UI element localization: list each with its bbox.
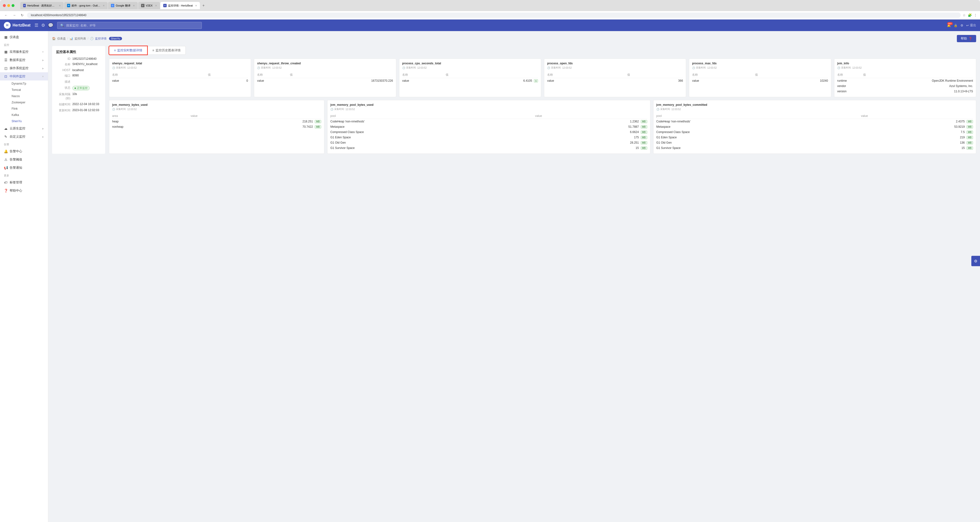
sidebar-item-middleware-monitor[interactable]: ⊡ 中间件监控 ▼ [0, 72, 48, 81]
tab-close-5[interactable]: ✕ [195, 4, 197, 7]
notification-btn[interactable]: 🔔 99+ [947, 24, 951, 27]
td-pool: Metaspace [656, 124, 861, 129]
sidebar-item-alert-notify[interactable]: 📢 告警通知 [0, 163, 48, 172]
back-btn[interactable]: ← [3, 13, 9, 17]
middleware-monitor-icon: ⊡ [4, 75, 8, 78]
sidebar-item-cloud-monitor[interactable]: ☁ 云原生监控 ▶ [0, 124, 48, 133]
tag-mb-r2-0-1: MB [315, 125, 321, 129]
browser-tab-5[interactable]: H 监控详情 - HertzBeat ✕ [161, 2, 200, 9]
bookmark-icon[interactable]: ☆ [963, 13, 966, 17]
collect-time-value-1: 12:03:52 [272, 67, 282, 69]
address-input[interactable] [27, 13, 961, 18]
collect-time-value-3: 12:03:52 [562, 67, 572, 69]
sidebar-item-alert-center[interactable]: 🔔 告警中心 [0, 147, 48, 155]
sidebar-sub-kafka[interactable]: Kafka [8, 112, 48, 118]
forward-btn[interactable]: → [11, 13, 18, 17]
app-header: H HertzBeat ☰ ⚙ 💬 🔍 🔔 99+ 🔒 ⚙ ↩ 退出 [0, 19, 980, 31]
minimize-dot[interactable] [7, 4, 10, 7]
tab-realtime[interactable]: ≡ 监控实时数据详情 [109, 46, 147, 55]
tab-close-3[interactable]: ✕ [133, 4, 135, 7]
browser-tab-2[interactable]: ✉ 邮件 - gong tom - Outlook ✕ [64, 2, 108, 9]
tag-mb: MB [641, 141, 647, 144]
td-pool: G1 Survivor Space [330, 145, 535, 151]
sidebar-sub-dynamictp[interactable]: DynamicTp [8, 81, 48, 87]
github-icon[interactable]: ⚙ [41, 23, 45, 28]
th-name-1: 名称 [257, 72, 290, 78]
sidebar-item-dashboard[interactable]: ▦ 仪表盘 [0, 33, 48, 41]
lock-btn[interactable]: 🔒 [954, 24, 958, 27]
collect-time-value-4: 12:03:52 [707, 67, 717, 69]
table-row: value 0 [112, 78, 248, 84]
refresh-btn[interactable]: ↻ [19, 13, 25, 17]
new-tab-btn[interactable]: + [200, 2, 207, 9]
tab-close-1[interactable]: ✕ [59, 4, 61, 7]
main-layout: ▦ 仪表盘 监控 ▦ 应用服务监控 ▼ ☰ 数据库监控 ▶ ◫ 操作系统监控 ▶… [0, 31, 980, 522]
browser-tab-4[interactable]: V V2EX ✕ [138, 2, 160, 9]
table-row: G1 Eden Space175 MB [330, 135, 647, 140]
tab-label-5: 监控详情 - HertzBeat [168, 4, 193, 8]
tab-close-2[interactable]: ✕ [103, 4, 105, 7]
help-btn[interactable]: 帮助 ❓ [957, 35, 976, 42]
question-icon: ❓ [969, 37, 972, 40]
sidebar-item-app-monitor[interactable]: ▦ 应用服务监控 ▼ [0, 48, 48, 56]
td-val-2-0: 6.4105 s [445, 78, 538, 84]
search-input[interactable] [66, 24, 199, 27]
sidebar-sub-nacos[interactable]: Nacos [8, 93, 48, 99]
exit-btn[interactable]: ↩ 退出 [966, 23, 976, 27]
collect-time-value-r2-2: 12:03:52 [671, 108, 681, 111]
th-val-4: 值 [755, 72, 828, 78]
sidebar-item-help[interactable]: ❓ 帮助中心 [0, 187, 48, 195]
sidebar-sub-flink[interactable]: Flink [8, 106, 48, 112]
settings-btn[interactable]: ⚙ [961, 24, 963, 27]
sidebar-item-db-monitor[interactable]: ☰ 数据库监控 ▶ [0, 56, 48, 64]
browser-tab-1[interactable]: H HertzBeat · 易用友好的实时监… ✕ [20, 2, 64, 9]
browser-tabs: H HertzBeat · 易用友好的实时监… ✕ ✉ 邮件 - gong to… [20, 2, 977, 9]
tag-mb: MB [641, 131, 647, 134]
sidebar-help-label: 帮助中心 [10, 189, 22, 193]
tag-mb: MB [967, 141, 973, 144]
sidebar-item-tags[interactable]: 🏷 标签管理 [0, 178, 48, 187]
td-name-3-0: value [547, 78, 627, 84]
prop-value-port: 8090 [72, 74, 79, 78]
metric-table-r2-1: pool value CodeHeap 'non-nmethods'1.2362… [330, 113, 647, 151]
menu-toggle-icon[interactable]: ☰ [35, 23, 38, 28]
menu-icon[interactable]: ⋮ [974, 13, 977, 17]
sidebar-sub-shenyu[interactable]: ShenYu [8, 118, 48, 124]
clock-icon-r2-0: 🕐 [112, 108, 115, 111]
help-btn-label: 帮助 [961, 36, 967, 41]
th-name-0: 名称 [112, 72, 208, 78]
header-icons: ☰ ⚙ 💬 [35, 23, 53, 28]
chat-icon[interactable]: 💬 [48, 23, 53, 28]
metric-card-cpu-seconds: process_cpu_seconds_total 🕐 采集时间: 12:03:… [399, 59, 541, 97]
breadcrumb-home[interactable]: 仪表盘 [57, 36, 66, 41]
metric-time-r2-1: 🕐 采集时间: 12:03:52 [330, 108, 647, 111]
tag-mb-r2-0-0: MB [315, 120, 321, 123]
table-row: nonheap 70.7422 MB [112, 124, 321, 129]
right-action-btn[interactable]: ⚙ [971, 256, 980, 266]
metric-title-r2-2: jvm_memory_pool_bytes_committed [656, 103, 973, 106]
sidebar-item-custom-monitor[interactable]: ✎ 自定义监控 ▶ [0, 133, 48, 141]
table-row: G1 Survivor Space15 MB [656, 145, 973, 151]
tag-mb: MB [967, 131, 973, 134]
th-pool-r2-2: pool [656, 113, 861, 119]
metric-card-open-fds: process_open_fds 🕐 采集时间: 12:03:52 名称 值 [544, 59, 686, 97]
search-bar[interactable]: 🔍 [57, 22, 202, 29]
middleware-monitor-arrow: ▼ [42, 75, 44, 78]
breadcrumb-monitors[interactable]: 监控列表 [75, 36, 86, 41]
tag-mb: MB [641, 146, 647, 150]
extensions-icon[interactable]: 🧩 [968, 13, 972, 17]
maximize-dot[interactable] [11, 4, 14, 7]
sidebar-os-monitor-label: 操作系统监控 [10, 66, 29, 70]
collect-time-label-0: 采集时间: [116, 66, 126, 70]
sidebar-sub-tomcat[interactable]: Tomcat [8, 87, 48, 93]
tab-history[interactable]: ≡ 监控历史图表详情 [147, 46, 186, 55]
sidebar-item-os-monitor[interactable]: ◫ 操作系统监控 ▶ [0, 64, 48, 72]
sidebar-item-alert-threshold[interactable]: ⚠ 告警阈值 [0, 155, 48, 163]
close-dot[interactable] [3, 4, 6, 7]
tab-close-4[interactable]: ✕ [155, 4, 157, 7]
sidebar-sub-zookeeper[interactable]: Zookeeper [8, 99, 48, 106]
os-monitor-arrow: ▶ [42, 67, 44, 70]
prop-label-created: 创建时间 [56, 102, 70, 106]
sidebar-alert-center-label: 告警中心 [10, 149, 22, 154]
browser-tab-3[interactable]: G Google 翻译 ✕ [108, 2, 138, 9]
